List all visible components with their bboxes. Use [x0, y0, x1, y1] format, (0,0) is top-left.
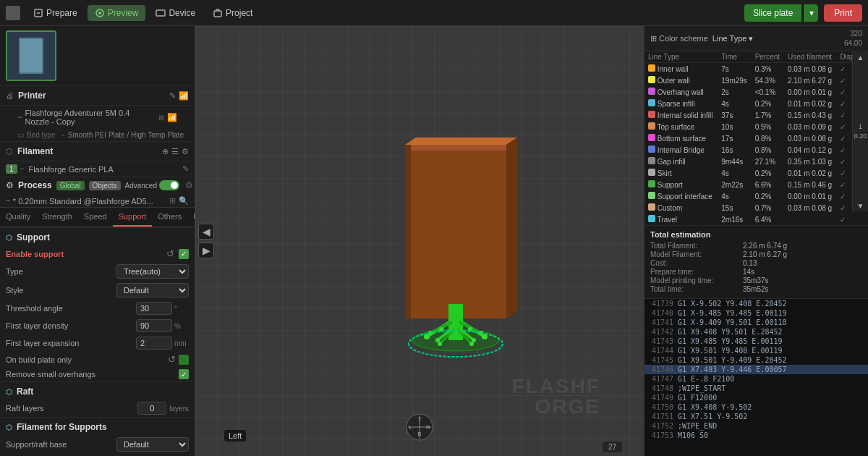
- nav-right-button[interactable]: ▶: [198, 242, 214, 258]
- tab-support[interactable]: Support: [113, 208, 153, 227]
- printer-icon: 🖨: [6, 91, 14, 100]
- style-select[interactable]: Default: [116, 283, 189, 297]
- model-print-row: Model printing time: 35m37s: [650, 276, 862, 284]
- col-line-type: Line Type: [644, 51, 718, 63]
- nav-left-button[interactable]: ◀: [198, 224, 214, 240]
- filament-settings-icon[interactable]: ⚙: [182, 147, 189, 156]
- print-button[interactable]: Print: [824, 4, 862, 22]
- remove-small-row: Remove small overhangs ✓: [0, 367, 195, 381]
- gcode-line: 41749G1 F12000: [644, 393, 868, 402]
- raft-layers-row: Raft layers layers: [0, 400, 195, 417]
- svg-point-3: [98, 12, 101, 14]
- tab-quality[interactable]: Quality: [0, 208, 36, 227]
- type-select[interactable]: Tree(auto): [116, 264, 189, 279]
- on-build-plate-reset[interactable]: ↺: [168, 354, 176, 365]
- device-tab[interactable]: Device: [148, 5, 203, 21]
- enable-support-checkbox[interactable]: ✓: [179, 249, 189, 259]
- filament-edit-icon[interactable]: ✎: [182, 164, 189, 174]
- filament-list-icon[interactable]: ☰: [171, 147, 179, 156]
- col-time: Time: [718, 51, 751, 63]
- tab-others[interactable]: Others: [152, 208, 187, 227]
- profile-copy-icon[interactable]: ⊞: [169, 196, 176, 206]
- filament-supports-icon: ⬡: [6, 423, 12, 431]
- model-filament-row: Model Filament: 2.10 m 6.27 g: [650, 250, 862, 258]
- display-toggle: ✓: [840, 216, 846, 224]
- advanced-toggle: Advanced: [125, 180, 179, 190]
- support-panel: ⬡ Support Enable support ↺ ✓ Type Tree(a…: [0, 227, 195, 456]
- top-bar: Prepare Preview Device Project Slice pla…: [0, 0, 868, 26]
- on-build-plate-row: On build plate only ↺: [0, 352, 195, 367]
- remove-small-checkbox[interactable]: ✓: [179, 369, 189, 379]
- prepare-time-row: Prepare time: 14s: [650, 268, 862, 276]
- first-layer-expansion-input[interactable]: [136, 337, 172, 350]
- viewport-left-label: Left: [224, 430, 246, 442]
- support-group-title: ⬡ Support: [0, 227, 195, 245]
- line-type-row: Gap infill 9m44s 27.1% 0.35 m 1.03 g ✓: [644, 156, 868, 167]
- line-type-row: Bottom surface 17s 0.8% 0.03 m 0.08 g ✓: [644, 132, 868, 144]
- advanced-toggle-switch[interactable]: [159, 180, 179, 190]
- svg-rect-9: [405, 145, 506, 151]
- display-toggle: ✓: [840, 88, 846, 96]
- prepare-tab[interactable]: Prepare: [26, 5, 85, 21]
- display-toggle: ✓: [840, 204, 846, 212]
- line-type-row: Support 2m22s 6.6% 0.15 m 0.46 g ✓: [644, 179, 868, 190]
- profile-row: ~ * 0.20mm Standard @Flashforge AD5... ⊞…: [0, 193, 195, 207]
- tabs: Quality Strength Speed Support Others No…: [0, 207, 195, 227]
- profile-search-icon[interactable]: 🔍: [179, 196, 189, 206]
- watermark2: ORGE: [535, 395, 600, 418]
- svg-rect-5: [214, 11, 221, 17]
- display-toggle: ✓: [840, 111, 846, 119]
- slice-button[interactable]: Slice plate: [744, 4, 801, 22]
- printer-edit-icon[interactable]: ✎: [169, 91, 176, 101]
- support-group-icon: ⬡: [6, 234, 12, 242]
- raft-layers-input[interactable]: [137, 402, 166, 415]
- printer-copy-icon[interactable]: ⊞: [158, 114, 164, 122]
- on-build-plate-checkbox[interactable]: [179, 355, 189, 365]
- tab-strength[interactable]: Strength: [36, 208, 78, 227]
- line-type-row: Sparse infill 4s 0.2% 0.01 m 0.02 g ✓: [644, 98, 868, 109]
- tab-notes[interactable]: Notes: [187, 208, 195, 227]
- display-toggle: ✓: [840, 65, 846, 73]
- filament-icon: ⬡: [6, 147, 13, 156]
- total-estimation: Total estimation Total Filament: 2.26 m …: [644, 225, 868, 298]
- slice-dropdown[interactable]: ▾: [804, 4, 818, 22]
- line-type-row: Top surface 10s 0.5% 0.03 m 0.09 g ✓: [644, 121, 868, 132]
- svg-point-27: [435, 338, 440, 342]
- enable-support-reset[interactable]: ↺: [166, 248, 174, 259]
- gcode-panel: 41739G1 X-9.502 Y9.408 E.2845241740G1 X-…: [644, 298, 868, 456]
- display-toggle: ✓: [840, 181, 846, 189]
- printer-wifi-icon[interactable]: 📶: [179, 91, 189, 101]
- gcode-line: 41741G1 X-9.409 Y9.501 E.00118: [644, 318, 868, 327]
- preview-tab[interactable]: Preview: [88, 5, 146, 21]
- color-scheme-label: ⊞ Color scheme: [650, 34, 708, 43]
- enable-support-row: Enable support ↺ ✓: [0, 245, 195, 262]
- color-scheme-value[interactable]: Line Type ▾: [712, 34, 754, 43]
- process-settings-icon[interactable]: ⚙: [185, 180, 193, 190]
- gcode-line: 41745G1 X9.501 Y-9.409 E.28452: [644, 355, 868, 365]
- printer-actions: ✎ 📶: [169, 91, 189, 101]
- left-panel: 🖨 Printer ✎ 📶 ~ Flashforge Adventurer 5M…: [0, 26, 195, 456]
- first-layer-density-input[interactable]: [136, 319, 172, 332]
- line-type-row: Internal Bridge 16s 0.8% 0.04 m 0.12 g ✓: [644, 144, 868, 156]
- filament-add-icon[interactable]: ⊕: [162, 147, 169, 156]
- tab-speed[interactable]: Speed: [78, 208, 113, 227]
- line-type-row: Overhang wall 2s <0.1% 0.00 m 0.01 g ✓: [644, 86, 868, 98]
- project-tab[interactable]: Project: [205, 5, 260, 21]
- line-type-row: Skirt 4s 0.2% 0.01 m 0.02 g ✓: [644, 167, 868, 179]
- filament-section-header: ⬡ Filament ⊕ ☰ ⚙: [0, 142, 195, 161]
- display-toggle: ✓: [840, 158, 846, 166]
- display-toggle: ✓: [840, 123, 846, 131]
- line-type-row: Internal solid infill 37s 1.7% 0.15 m 0.…: [644, 109, 868, 121]
- gcode-line: 41751G1 X7.51 Y-9.502: [644, 412, 868, 421]
- svg-point-28: [472, 338, 476, 342]
- gcode-line: 41744G1 X9.501 Y9.408 E.00119: [644, 346, 868, 355]
- bed-type-row: ▭ Bed type ~ Smooth PEI Plate / High Tem…: [0, 129, 195, 141]
- model-thumbnail: [6, 30, 56, 81]
- support-raft-base-select[interactable]: Default: [116, 437, 189, 452]
- right-panel: ⊞ Color scheme Line Type ▾ 320 64.00 Lin…: [644, 26, 868, 456]
- line-type-table: Line Type Time Percent Used filament Dis…: [644, 51, 868, 225]
- line-type-row: Inner wall 7s 0.3% 0.03 m 0.08 g ✓: [644, 63, 868, 75]
- gcode-line: 41740G1 X-9.485 Y9.485 E.00119: [644, 308, 868, 318]
- first-layer-density-row: First layer density %: [0, 317, 195, 334]
- threshold-input[interactable]: [136, 302, 172, 315]
